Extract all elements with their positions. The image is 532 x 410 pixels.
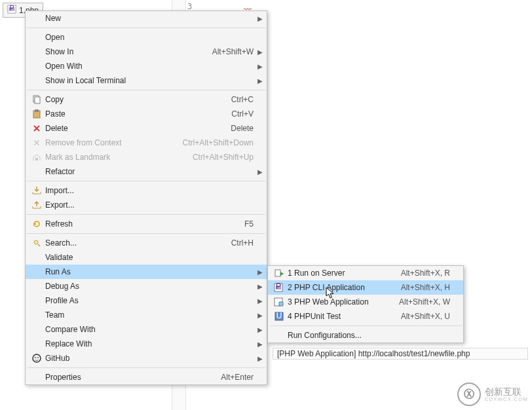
- chevron-right-icon: ▶: [257, 312, 263, 319]
- submenu-phpunit[interactable]: U 4 PHPUnit Test Alt+Shift+X, U: [268, 309, 463, 324]
- php-file-icon: P: [7, 5, 16, 16]
- phpunit-icon: U: [271, 309, 288, 324]
- menu-properties[interactable]: Properties Alt+Enter: [26, 370, 267, 384]
- chevron-right-icon: ▶: [257, 341, 263, 348]
- svg-text:U: U: [276, 311, 282, 320]
- menu-compare-with[interactable]: Compare With ▶: [26, 322, 267, 337]
- separator: [27, 90, 265, 90]
- php-cli-icon: P: [271, 280, 288, 295]
- paste-icon: [28, 107, 45, 121]
- watermark-logo: Ⓧ: [457, 382, 481, 406]
- line-number: 3: [187, 2, 192, 11]
- menu-refresh[interactable]: Refresh F5: [26, 217, 267, 231]
- menu-show-local-terminal[interactable]: Show in Local Terminal ▶: [26, 73, 267, 88]
- svg-marker-11: [280, 272, 284, 276]
- menu-paste[interactable]: Paste Ctrl+V: [26, 107, 267, 121]
- menu-debug-as[interactable]: Debug As ▶: [26, 279, 267, 293]
- submenu-run-on-server[interactable]: 1 Run on Server Alt+Shift+X, R: [268, 266, 463, 280]
- svg-rect-6: [35, 109, 39, 112]
- search-icon: [28, 236, 45, 250]
- menu-remove-from-context[interactable]: Remove from Context Ctrl+Alt+Shift+Down: [26, 136, 267, 150]
- svg-rect-4: [35, 97, 40, 103]
- export-icon: [28, 198, 45, 212]
- menu-mark-landmark[interactable]: Mark as Landmark Ctrl+Alt+Shift+Up: [26, 150, 267, 164]
- chevron-right-icon: ▶: [257, 15, 263, 22]
- status-text: [PHP Web Application] http://localhost/t…: [277, 349, 470, 358]
- submenu-run-configurations[interactable]: Run Configurations...: [268, 328, 463, 343]
- chevron-right-icon: ▶: [257, 168, 263, 176]
- separator: [27, 233, 265, 234]
- delete-icon: [28, 121, 45, 136]
- refresh-icon: [28, 217, 45, 231]
- watermark-sub: CDXWCX.COM: [485, 396, 528, 402]
- menu-open[interactable]: Open: [26, 30, 267, 45]
- menu-search[interactable]: Search... Ctrl+H: [26, 236, 267, 250]
- menu-team[interactable]: Team ▶: [26, 308, 267, 322]
- svg-point-8: [34, 240, 38, 244]
- server-run-icon: [271, 266, 288, 280]
- separator: [27, 28, 265, 28]
- svg-rect-7: [35, 158, 38, 160]
- separator: [269, 326, 462, 326]
- separator: [27, 181, 265, 181]
- menu-export[interactable]: Export...: [26, 198, 267, 212]
- watermark: Ⓧ 创新互联 CDXWCX.COM: [457, 382, 528, 406]
- menu-show-in[interactable]: Show In Alt+Shift+W ▶: [26, 45, 267, 59]
- chevron-right-icon: ▶: [257, 355, 263, 362]
- menu-delete[interactable]: Delete Delete: [26, 121, 267, 136]
- menu-refactor[interactable]: Refactor ▶: [26, 164, 267, 179]
- run-as-submenu: 1 Run on Server Alt+Shift+X, R P 2 PHP C…: [267, 265, 464, 343]
- svg-text:P: P: [9, 5, 14, 12]
- copy-icon: [28, 92, 45, 107]
- chevron-right-icon: ▶: [257, 63, 263, 70]
- chevron-right-icon: ▶: [257, 48, 263, 56]
- menu-import[interactable]: Import...: [26, 183, 267, 198]
- menu-validate[interactable]: Validate: [26, 250, 267, 265]
- menu-open-with[interactable]: Open With ▶: [26, 59, 267, 73]
- chevron-right-icon: ▶: [257, 77, 263, 84]
- menu-replace-with[interactable]: Replace With ▶: [26, 337, 267, 351]
- svg-point-9: [33, 354, 41, 362]
- svg-rect-10: [275, 270, 280, 276]
- menu-github[interactable]: GitHub ▶: [26, 351, 267, 365]
- chevron-right-icon: ▶: [257, 326, 263, 333]
- chevron-right-icon: ▶: [257, 297, 263, 305]
- menu-profile-as[interactable]: Profile As ▶: [26, 293, 267, 308]
- landmark-icon: [28, 150, 45, 164]
- github-icon: [28, 351, 45, 365]
- submenu-php-web[interactable]: 3 PHP Web Application Alt+Shift+X, W: [268, 295, 463, 309]
- menu-run-as[interactable]: Run As ▶: [26, 265, 267, 279]
- separator: [27, 367, 265, 368]
- status-bar: [PHP Web Application] http://localhost/t…: [273, 348, 528, 360]
- separator: [27, 214, 265, 215]
- chevron-right-icon: ▶: [257, 283, 263, 290]
- context-menu: New ▶ Open Show In Alt+Shift+W ▶ Open Wi…: [25, 10, 267, 385]
- chevron-right-icon: ▶: [257, 269, 263, 276]
- remove-context-icon: [28, 136, 45, 150]
- submenu-php-cli[interactable]: P 2 PHP CLI Application Alt+Shift+X, H: [268, 280, 463, 295]
- import-icon: [28, 183, 45, 198]
- menu-new[interactable]: New ▶: [26, 11, 267, 26]
- menu-copy[interactable]: Copy Ctrl+C: [26, 92, 267, 107]
- svg-text:P: P: [276, 282, 281, 291]
- php-web-icon: [271, 295, 288, 309]
